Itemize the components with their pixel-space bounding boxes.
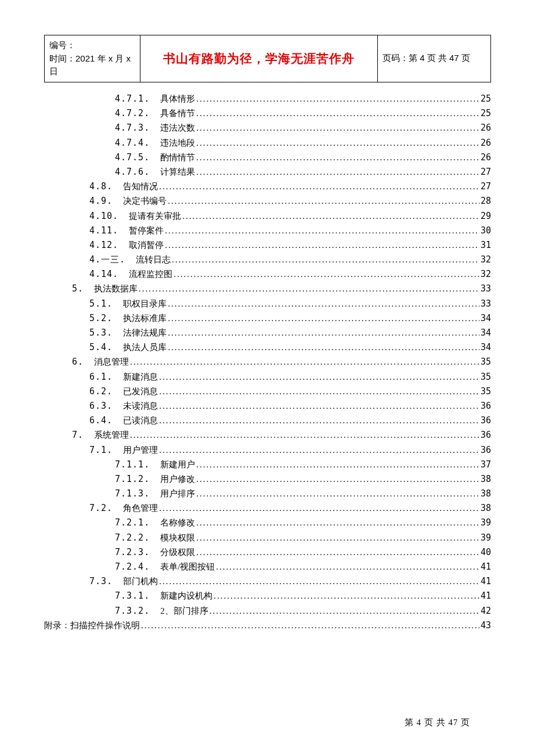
toc-number: 7.1.1. [115, 458, 150, 472]
toc-entry: 5.3.法律法规库34 [44, 326, 491, 340]
toc-entry: 7.系统管理36 [44, 428, 491, 442]
toc-title: 表单/视图按钮 [160, 560, 215, 574]
toc-page: 33 [481, 297, 491, 311]
toc-title: 用户管理 [123, 443, 158, 458]
toc-entry: 6.4.已读消息36 [44, 413, 491, 428]
toc-number: 4.12. [89, 238, 118, 253]
toc-page: 32 [481, 253, 491, 267]
toc-leader [159, 399, 479, 413]
page-footer: 第 4 页 共 47 页 [405, 717, 470, 728]
toc-page: 37 [481, 458, 491, 472]
toc-number: 6. [72, 355, 84, 369]
toc-page: 36 [481, 428, 491, 442]
toc-page: 35 [481, 370, 491, 384]
toc-title: 新建用户 [160, 458, 195, 472]
toc-page: 29 [481, 209, 491, 224]
toc-page: 36 [481, 413, 491, 428]
toc-title: 提请有关审批 [129, 209, 181, 224]
toc-entry: 6.消息管理35 [44, 355, 491, 369]
toc-title: 新建消息 [123, 370, 158, 384]
toc-page: 34 [481, 326, 491, 340]
toc-leader [165, 224, 479, 238]
toc-page: 35 [481, 355, 491, 369]
toc-number: 4.7.6. [115, 165, 150, 179]
toc-title: 法律法规库 [123, 326, 167, 340]
toc-leader [174, 267, 479, 282]
toc-page: 39 [481, 516, 491, 530]
toc-entry: 4.7.3.违法次数26 [44, 121, 491, 135]
toc-leader [159, 443, 479, 458]
toc-leader [196, 472, 479, 487]
header-page-info: 页码：第 4 页 共 47 页 [378, 35, 491, 82]
toc-title: 计算结果 [160, 165, 195, 179]
toc-title: 用户排序 [160, 487, 195, 501]
toc-number: 4.8. [89, 179, 113, 194]
toc-page: 38 [481, 472, 491, 487]
toc-number: 5.4. [89, 340, 113, 355]
toc-title: 名称修改 [160, 516, 195, 530]
toc-entry: 4.7.5.酌情情节26 [44, 150, 491, 165]
toc-number: 7. [72, 428, 84, 442]
toc-leader [196, 92, 479, 106]
toc-number: 6.3. [89, 399, 113, 413]
toc-entry: 4.7.6.计算结果27 [44, 165, 491, 179]
header-date: 时间：2021 年 x 月 x 日 [49, 52, 135, 78]
toc-leader [196, 165, 479, 179]
toc-leader [196, 106, 479, 121]
document-header: 编号： 时间：2021 年 x 月 x 日 书山有路勤为径，学海无涯苦作舟 页码… [44, 35, 491, 82]
toc-leader [165, 238, 479, 253]
toc-number: 5.1. [89, 297, 113, 311]
toc-page: 36 [481, 443, 491, 458]
toc-page: 25 [481, 106, 491, 121]
toc-page: 34 [481, 340, 491, 355]
toc-leader [172, 253, 479, 267]
toc-entry: 4.11.暂停案件30 [44, 224, 491, 238]
toc-number: 5.2. [89, 311, 113, 326]
toc-title: 消息管理 [94, 355, 129, 369]
toc-page: 39 [481, 531, 491, 545]
toc-leader [159, 370, 479, 384]
toc-number: 6.4. [89, 413, 113, 428]
toc-page: 27 [481, 179, 491, 194]
toc-leader [168, 194, 479, 208]
toc-page: 26 [481, 121, 491, 135]
toc-page: 25 [481, 92, 491, 106]
toc-entry: 4.7.2.具备情节25 [44, 106, 491, 121]
toc-title: 附录：扫描控件操作说明 [44, 618, 140, 633]
toc-title: 流转日志 [136, 253, 171, 267]
toc-page: 35 [481, 384, 491, 399]
toc-leader [168, 340, 479, 355]
toc-number: 7.3.1. [115, 589, 150, 603]
toc-leader [130, 428, 479, 442]
toc-page: 42 [481, 604, 491, 618]
toc-leader [210, 604, 479, 618]
toc-leader [196, 121, 479, 135]
toc-number: 4.10. [89, 209, 118, 224]
toc-page: 43 [481, 618, 491, 633]
toc-entry: 7.1.2.用户修改38 [44, 472, 491, 487]
toc-title: 暂停案件 [129, 224, 164, 238]
toc-title: 角色管理 [123, 501, 158, 516]
toc-page: 31 [481, 238, 491, 253]
toc-title: 具体情形 [160, 92, 195, 106]
toc-leader [196, 516, 479, 530]
toc-leader [196, 150, 479, 165]
toc-number: 7.2. [89, 501, 113, 516]
toc-page: 28 [481, 194, 491, 208]
toc-leader [159, 574, 479, 589]
toc-title: 已发消息 [123, 384, 158, 399]
toc-entry: 4.8.告知情况27 [44, 179, 491, 194]
toc-number: 7.1.2. [115, 472, 150, 487]
toc-title: 具备情节 [160, 106, 195, 121]
toc-entry: 6.1.新建消息35 [44, 370, 491, 384]
toc-leader [196, 487, 479, 501]
toc-leader [168, 311, 479, 326]
toc-leader [130, 355, 479, 369]
toc-number: 4.一三. [89, 253, 125, 267]
toc-title: 已读消息 [123, 413, 158, 428]
toc-leader [159, 179, 479, 194]
toc-entry: 5.执法数据库33 [44, 282, 491, 296]
toc-entry: 7.2.角色管理38 [44, 501, 491, 516]
toc-page: 41 [481, 560, 491, 574]
toc-entry: 4.9.决定书编号28 [44, 194, 491, 208]
